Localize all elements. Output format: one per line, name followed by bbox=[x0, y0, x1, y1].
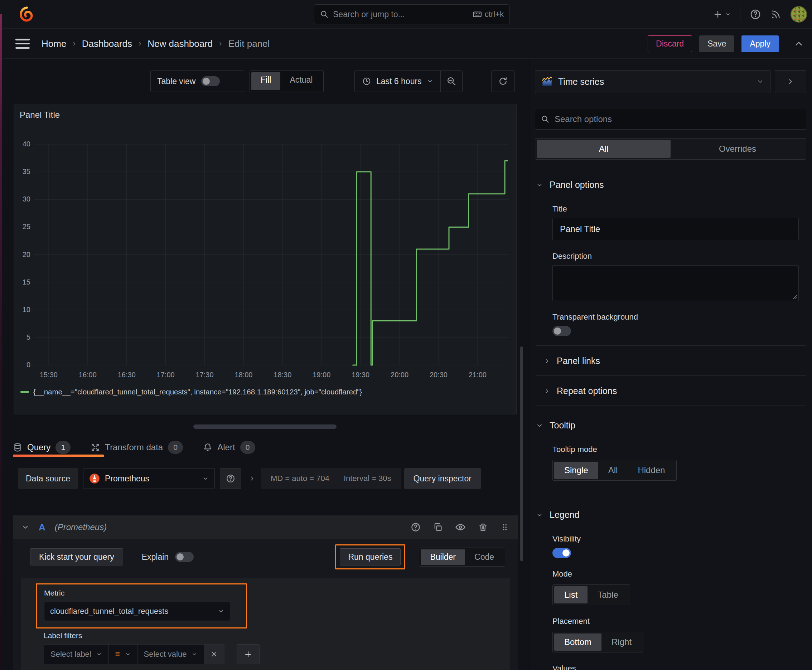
operator-dropdown[interactable]: = bbox=[109, 645, 137, 664]
discard-button[interactable]: Discard bbox=[648, 36, 692, 52]
visualization-picker[interactable]: Time series bbox=[535, 70, 770, 93]
description-textarea[interactable] bbox=[553, 266, 798, 301]
y-tick-label: 30 bbox=[14, 195, 31, 203]
transparent-background-toggle[interactable] bbox=[553, 326, 571, 336]
resize-handle-icon[interactable] bbox=[792, 294, 797, 299]
grafana-logo[interactable] bbox=[19, 7, 34, 22]
fill-option[interactable]: Fill bbox=[251, 72, 280, 90]
delete-query-button[interactable] bbox=[478, 522, 488, 532]
repeat-options-section[interactable]: Repeat options bbox=[544, 386, 812, 396]
question-circle-icon bbox=[411, 522, 421, 532]
x-tick-label: 20:00 bbox=[383, 371, 416, 379]
legend-placement-switch: Bottom Right bbox=[553, 632, 643, 653]
query-inspector-button[interactable]: Query inspector bbox=[404, 468, 481, 489]
y-tick-label: 20 bbox=[14, 250, 31, 259]
run-queries-button[interactable]: Run queries bbox=[340, 548, 401, 565]
help-button[interactable] bbox=[750, 8, 761, 20]
datasource-value: Prometheus bbox=[105, 474, 197, 484]
metric-select[interactable]: cloudflared_tunnel_total_requests bbox=[44, 602, 230, 621]
select-label-dropdown[interactable]: Select label bbox=[44, 645, 109, 664]
breadcrumb-new-dashboard[interactable]: New dashboard bbox=[147, 38, 213, 49]
x-tick-label: 19:30 bbox=[344, 371, 376, 379]
legend-series-label: {__name__="cloudflared_tunnel_total_requ… bbox=[33, 387, 362, 396]
tooltip-mode-single[interactable]: Single bbox=[554, 462, 598, 479]
tab-transform-data[interactable]: Transform data 0 bbox=[91, 441, 183, 454]
legend-placement-right[interactable]: Right bbox=[602, 633, 642, 651]
chevron-right-icon bbox=[249, 475, 256, 482]
refresh-button[interactable] bbox=[491, 71, 515, 92]
pane-resize-handle[interactable] bbox=[193, 425, 337, 429]
query-row-header[interactable]: A (Prometheus) bbox=[13, 515, 518, 539]
menu-toggle-button[interactable] bbox=[15, 37, 30, 50]
query-help-button[interactable] bbox=[411, 522, 421, 532]
grip-icon bbox=[500, 523, 509, 532]
kick-start-button[interactable]: Kick start your query bbox=[30, 548, 123, 565]
datasource-help-button[interactable] bbox=[220, 468, 241, 489]
query-ref-id[interactable]: A bbox=[39, 522, 46, 533]
chevron-down-icon bbox=[96, 651, 102, 657]
tab-query-label: Query bbox=[27, 442, 51, 452]
tab-all[interactable]: All bbox=[537, 140, 671, 158]
bell-icon bbox=[203, 443, 212, 452]
table-view-toggle[interactable] bbox=[201, 76, 220, 86]
tooltip-mode-hidden[interactable]: Hidden bbox=[627, 462, 675, 479]
datasource-picker[interactable]: Prometheus bbox=[83, 468, 215, 489]
options-search-input[interactable] bbox=[554, 114, 800, 124]
tab-transform-count: 0 bbox=[168, 441, 183, 454]
legend-section-header[interactable]: Legend bbox=[536, 510, 812, 520]
x-tick-label: 21:00 bbox=[461, 371, 494, 379]
breadcrumb-home[interactable]: Home bbox=[42, 38, 66, 49]
add-filter-button[interactable] bbox=[237, 644, 259, 664]
panel-title-input[interactable] bbox=[553, 218, 799, 240]
query-options-expand[interactable] bbox=[249, 475, 256, 482]
legend-mode-table[interactable]: Table bbox=[588, 586, 628, 604]
code-option[interactable]: Code bbox=[465, 549, 503, 565]
tab-alert[interactable]: Alert 0 bbox=[203, 441, 255, 454]
drag-query-handle[interactable] bbox=[500, 523, 509, 532]
search-icon bbox=[320, 10, 329, 19]
tooltip-section-header[interactable]: Tooltip bbox=[536, 420, 812, 431]
options-search[interactable] bbox=[535, 109, 806, 130]
builder-option[interactable]: Builder bbox=[421, 549, 465, 565]
time-series-chart[interactable] bbox=[14, 104, 517, 415]
clock-icon bbox=[362, 76, 371, 86]
visibility-label: Visibility bbox=[553, 535, 812, 544]
breadcrumb-dashboards[interactable]: Dashboards bbox=[82, 38, 132, 49]
eye-icon bbox=[455, 522, 466, 533]
news-button[interactable] bbox=[770, 9, 781, 20]
panel-options-section-header[interactable]: Panel options bbox=[536, 180, 812, 190]
transparent-background-label: Transparent background bbox=[553, 313, 812, 322]
panel-links-section[interactable]: Panel links bbox=[544, 356, 812, 366]
collapse-options-button[interactable] bbox=[775, 70, 806, 93]
user-avatar[interactable] bbox=[790, 6, 807, 22]
save-button[interactable]: Save bbox=[699, 36, 734, 52]
legend-placement-bottom[interactable]: Bottom bbox=[554, 633, 602, 651]
actual-option[interactable]: Actual bbox=[280, 72, 322, 90]
explain-toggle[interactable] bbox=[175, 552, 194, 562]
duplicate-query-button[interactable] bbox=[433, 522, 443, 532]
time-range-control: Last 6 hours bbox=[354, 71, 463, 92]
datasource-label: Data source bbox=[18, 468, 78, 489]
zoom-out-button[interactable] bbox=[441, 71, 462, 91]
global-search-input[interactable] bbox=[333, 10, 468, 19]
legend-visibility-toggle[interactable] bbox=[553, 548, 571, 558]
chart-legend-item[interactable]: {__name__="cloudflared_tunnel_total_requ… bbox=[20, 387, 362, 396]
select-value-dropdown[interactable]: Select value bbox=[137, 645, 204, 664]
remove-filter-button[interactable] bbox=[204, 645, 224, 664]
metric-highlight: Metric cloudflared_tunnel_total_requests bbox=[36, 584, 247, 628]
time-range-picker[interactable]: Last 6 hours bbox=[355, 71, 441, 91]
chevron-right-icon bbox=[544, 358, 550, 364]
query-options-summary[interactable]: MD = auto = 704 Interval = 30s bbox=[261, 468, 401, 489]
new-menu-button[interactable] bbox=[713, 9, 731, 19]
tab-overrides[interactable]: Overrides bbox=[671, 140, 805, 158]
collapse-header-button[interactable] bbox=[793, 38, 804, 49]
apply-button[interactable]: Apply bbox=[741, 36, 779, 52]
query-editor-card: A (Prometheus) bbox=[13, 515, 518, 670]
hide-query-button[interactable] bbox=[455, 522, 466, 533]
tooltip-mode-all[interactable]: All bbox=[598, 462, 628, 479]
help-icon bbox=[750, 8, 761, 20]
global-search[interactable]: ctrl+k bbox=[314, 4, 510, 24]
top-bar: ctrl+k bbox=[0, 0, 812, 29]
tab-query[interactable]: Query 1 bbox=[13, 441, 71, 454]
legend-mode-list[interactable]: List bbox=[554, 586, 588, 604]
